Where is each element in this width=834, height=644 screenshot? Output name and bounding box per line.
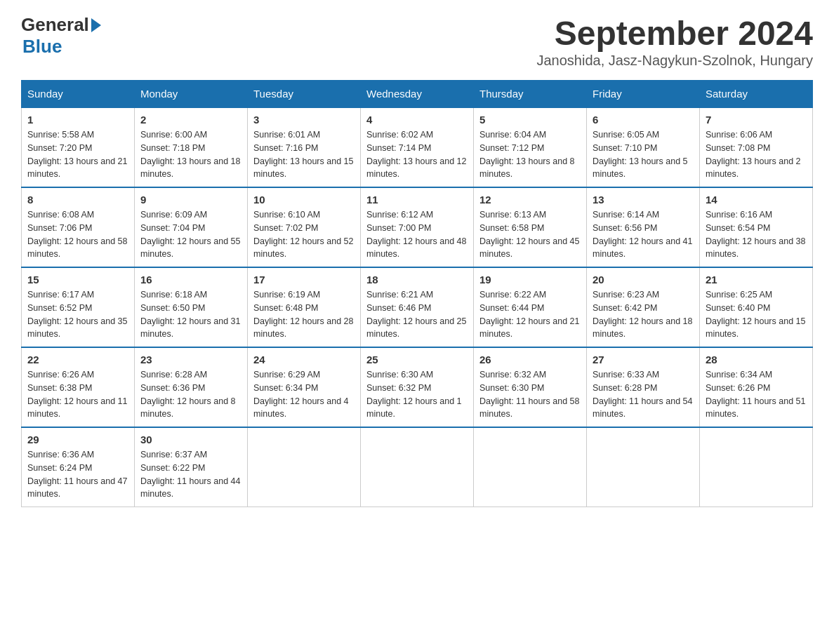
day-number: 23 [140, 354, 241, 365]
day-info: Sunrise: 6:16 AMSunset: 6:54 PMDaylight:… [706, 210, 805, 259]
day-number: 7 [706, 114, 807, 126]
day-info: Sunrise: 6:30 AMSunset: 6:32 PMDaylight:… [366, 370, 462, 419]
day-number: 2 [140, 114, 241, 126]
calendar-cell: 8 Sunrise: 6:08 AMSunset: 7:06 PMDayligh… [22, 187, 135, 267]
calendar-cell: 14 Sunrise: 6:16 AMSunset: 6:54 PMDaylig… [700, 187, 813, 267]
day-number: 16 [140, 274, 241, 286]
day-number: 27 [593, 354, 694, 365]
calendar-cell [248, 427, 361, 507]
day-number: 14 [706, 194, 807, 206]
logo-blue-text: Blue [22, 36, 62, 57]
week-row-5: 29 Sunrise: 6:36 AMSunset: 6:24 PMDaylig… [22, 427, 813, 507]
week-row-3: 15 Sunrise: 6:17 AMSunset: 6:52 PMDaylig… [22, 267, 813, 347]
day-info: Sunrise: 6:02 AMSunset: 7:14 PMDaylight:… [366, 130, 466, 179]
location-text: Janoshida, Jasz-Nagykun-Szolnok, Hungary [536, 53, 813, 69]
header-day-friday: Friday [587, 81, 700, 108]
calendar-cell [587, 427, 700, 507]
day-info: Sunrise: 6:36 AMSunset: 6:24 PMDaylight:… [27, 450, 127, 499]
calendar-cell: 19 Sunrise: 6:22 AMSunset: 6:44 PMDaylig… [474, 267, 587, 347]
day-info: Sunrise: 6:08 AMSunset: 7:06 PMDaylight:… [27, 210, 127, 259]
day-info: Sunrise: 6:26 AMSunset: 6:38 PMDaylight:… [27, 370, 127, 419]
day-info: Sunrise: 6:29 AMSunset: 6:34 PMDaylight:… [253, 370, 349, 419]
calendar-cell: 7 Sunrise: 6:06 AMSunset: 7:08 PMDayligh… [700, 107, 813, 187]
calendar-cell: 10 Sunrise: 6:10 AMSunset: 7:02 PMDaylig… [248, 187, 361, 267]
day-info: Sunrise: 6:13 AMSunset: 6:58 PMDaylight:… [479, 210, 579, 259]
day-number: 4 [366, 114, 468, 126]
day-number: 20 [593, 274, 694, 286]
day-info: Sunrise: 6:18 AMSunset: 6:50 PMDaylight:… [140, 290, 240, 339]
day-number: 8 [27, 194, 128, 206]
calendar-cell: 26 Sunrise: 6:32 AMSunset: 6:30 PMDaylig… [474, 347, 587, 427]
title-section: September 2024 Janoshida, Jasz-Nagykun-S… [536, 14, 813, 69]
day-info: Sunrise: 6:21 AMSunset: 6:46 PMDaylight:… [366, 290, 466, 339]
logo: General Blue [21, 14, 103, 58]
header-day-wednesday: Wednesday [361, 81, 474, 108]
calendar-cell: 11 Sunrise: 6:12 AMSunset: 7:00 PMDaylig… [361, 187, 474, 267]
day-number: 15 [27, 274, 128, 286]
day-number: 29 [27, 434, 128, 445]
day-number: 24 [253, 354, 355, 365]
header-day-thursday: Thursday [474, 81, 587, 108]
calendar-table: SundayMondayTuesdayWednesdayThursdayFrid… [21, 80, 813, 507]
header-day-saturday: Saturday [700, 81, 813, 108]
calendar-cell: 13 Sunrise: 6:14 AMSunset: 6:56 PMDaylig… [587, 187, 700, 267]
day-info: Sunrise: 5:58 AMSunset: 7:20 PMDaylight:… [27, 130, 127, 179]
calendar-cell: 18 Sunrise: 6:21 AMSunset: 6:46 PMDaylig… [361, 267, 474, 347]
calendar-cell: 3 Sunrise: 6:01 AMSunset: 7:16 PMDayligh… [248, 107, 361, 187]
day-number: 9 [140, 194, 241, 206]
day-number: 6 [593, 114, 694, 126]
calendar-cell: 24 Sunrise: 6:29 AMSunset: 6:34 PMDaylig… [248, 347, 361, 427]
page-header: General Blue September 2024 Janoshida, J… [21, 14, 813, 69]
day-number: 30 [140, 434, 241, 445]
day-info: Sunrise: 6:34 AMSunset: 6:26 PMDaylight:… [706, 370, 805, 419]
calendar-cell: 29 Sunrise: 6:36 AMSunset: 6:24 PMDaylig… [22, 427, 135, 507]
day-number: 17 [253, 274, 355, 286]
day-info: Sunrise: 6:01 AMSunset: 7:16 PMDaylight:… [253, 130, 353, 179]
day-info: Sunrise: 6:32 AMSunset: 6:30 PMDaylight:… [479, 370, 579, 419]
day-info: Sunrise: 6:00 AMSunset: 7:18 PMDaylight:… [140, 130, 240, 179]
day-number: 19 [479, 274, 581, 286]
calendar-header-row: SundayMondayTuesdayWednesdayThursdayFrid… [22, 81, 813, 108]
day-info: Sunrise: 6:05 AMSunset: 7:10 PMDaylight:… [593, 130, 688, 179]
calendar-cell: 4 Sunrise: 6:02 AMSunset: 7:14 PMDayligh… [361, 107, 474, 187]
header-day-tuesday: Tuesday [248, 81, 361, 108]
day-number: 11 [366, 194, 468, 206]
calendar-cell: 30 Sunrise: 6:37 AMSunset: 6:22 PMDaylig… [135, 427, 248, 507]
day-number: 21 [706, 274, 807, 286]
week-row-2: 8 Sunrise: 6:08 AMSunset: 7:06 PMDayligh… [22, 187, 813, 267]
week-row-1: 1 Sunrise: 5:58 AMSunset: 7:20 PMDayligh… [22, 107, 813, 187]
calendar-cell: 9 Sunrise: 6:09 AMSunset: 7:04 PMDayligh… [135, 187, 248, 267]
calendar-cell: 28 Sunrise: 6:34 AMSunset: 6:26 PMDaylig… [700, 347, 813, 427]
calendar-cell: 25 Sunrise: 6:30 AMSunset: 6:32 PMDaylig… [361, 347, 474, 427]
day-info: Sunrise: 6:22 AMSunset: 6:44 PMDaylight:… [479, 290, 579, 339]
calendar-cell: 12 Sunrise: 6:13 AMSunset: 6:58 PMDaylig… [474, 187, 587, 267]
calendar-cell: 6 Sunrise: 6:05 AMSunset: 7:10 PMDayligh… [587, 107, 700, 187]
day-info: Sunrise: 6:28 AMSunset: 6:36 PMDaylight:… [140, 370, 236, 419]
calendar-cell [700, 427, 813, 507]
day-info: Sunrise: 6:09 AMSunset: 7:04 PMDaylight:… [140, 210, 240, 259]
calendar-cell [474, 427, 587, 507]
day-number: 28 [706, 354, 807, 365]
day-info: Sunrise: 6:10 AMSunset: 7:02 PMDaylight:… [253, 210, 353, 259]
calendar-cell: 15 Sunrise: 6:17 AMSunset: 6:52 PMDaylig… [22, 267, 135, 347]
day-info: Sunrise: 6:04 AMSunset: 7:12 PMDaylight:… [479, 130, 575, 179]
day-info: Sunrise: 6:33 AMSunset: 6:28 PMDaylight:… [593, 370, 692, 419]
calendar-cell: 5 Sunrise: 6:04 AMSunset: 7:12 PMDayligh… [474, 107, 587, 187]
day-number: 25 [366, 354, 468, 365]
day-number: 26 [479, 354, 581, 365]
calendar-cell: 1 Sunrise: 5:58 AMSunset: 7:20 PMDayligh… [22, 107, 135, 187]
logo-arrow-icon [91, 18, 101, 32]
day-info: Sunrise: 6:19 AMSunset: 6:48 PMDaylight:… [253, 290, 353, 339]
calendar-cell: 27 Sunrise: 6:33 AMSunset: 6:28 PMDaylig… [587, 347, 700, 427]
day-number: 5 [479, 114, 581, 126]
calendar-cell: 22 Sunrise: 6:26 AMSunset: 6:38 PMDaylig… [22, 347, 135, 427]
day-number: 3 [253, 114, 355, 126]
day-number: 10 [253, 194, 355, 206]
logo-general-text: General [21, 14, 89, 36]
calendar-cell: 16 Sunrise: 6:18 AMSunset: 6:50 PMDaylig… [135, 267, 248, 347]
day-info: Sunrise: 6:14 AMSunset: 6:56 PMDaylight:… [593, 210, 692, 259]
day-number: 12 [479, 194, 581, 206]
header-day-sunday: Sunday [22, 81, 135, 108]
calendar-cell [361, 427, 474, 507]
day-number: 1 [27, 114, 128, 126]
